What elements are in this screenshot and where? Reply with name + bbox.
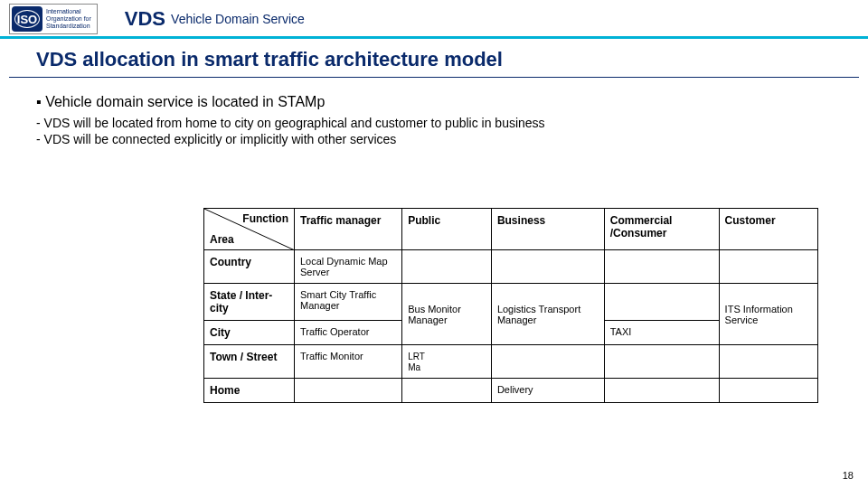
cell (604, 250, 719, 284)
row-city: City (204, 321, 295, 345)
cell (719, 250, 817, 284)
cell-its-info: ITS Information Service (719, 284, 817, 345)
col-customer: Customer (719, 209, 817, 250)
cell (719, 379, 817, 403)
page-number: 18 (843, 470, 854, 481)
cell-bus-monitor: Bus Monitor Manager (402, 284, 492, 345)
bullet-main: Vehicle domain service is located in STA… (36, 94, 832, 110)
cell-delivery: Delivery (491, 379, 604, 403)
col-traffic-manager: Traffic manager (295, 209, 402, 250)
cell-taxi: TAXI (604, 321, 719, 345)
header-vds-abbr: VDS (125, 7, 165, 31)
lrt-prefix: LRT (408, 352, 425, 361)
cell-state-traffic: Smart City Traffic Manager (295, 284, 402, 321)
cell-town-traffic: Traffic Monitor (295, 345, 402, 379)
allocation-table: Function Area Traffic manager Public Bus… (203, 208, 818, 403)
cell (491, 345, 604, 379)
content-area: Vehicle domain service is located in STA… (0, 78, 868, 146)
cell (604, 345, 719, 379)
cell (402, 250, 492, 284)
slide-header: ISO International Organization for Stand… (0, 0, 868, 39)
col-commercial-consumer: Commercial /Consumer (604, 209, 719, 250)
cell (491, 250, 604, 284)
bullet-sub-2: - VDS will be connected explicitly or im… (36, 132, 832, 146)
row-state: State / Inter-city (204, 284, 295, 321)
lrt-suffix: Ma (408, 362, 420, 372)
row-town: Town / Street (204, 345, 295, 379)
iso-block: ISO International Organization for Stand… (9, 4, 98, 34)
allocation-table-wrap: Function Area Traffic manager Public Bus… (203, 208, 818, 403)
cell-lrt: LRT Ma (402, 345, 492, 379)
corner-area-label: Area (210, 233, 234, 246)
cell (604, 379, 719, 403)
col-public: Public (402, 209, 492, 250)
col-business: Business (491, 209, 604, 250)
cell (604, 284, 719, 321)
header-vds-full: Vehicle Domain Service (171, 12, 305, 26)
cell (402, 379, 492, 403)
cell-logistics: Logistics Transport Manager (491, 284, 604, 345)
corner-cell: Function Area (204, 209, 295, 250)
bullet-sub-1: - VDS will be located from home to city … (36, 116, 832, 130)
page-title: VDS allocation in smart traffic architec… (9, 39, 859, 78)
cell (719, 345, 817, 379)
row-home: Home (204, 379, 295, 403)
iso-logo-icon: ISO (12, 6, 42, 32)
cell-country-traffic: Local Dynamic Map Server (295, 250, 402, 284)
iso-org-text: International Organization for Standardi… (46, 8, 91, 29)
corner-function-label: Function (242, 212, 288, 225)
cell-city-traffic: Traffic Operator (295, 321, 402, 345)
cell (295, 379, 402, 403)
row-country: Country (204, 250, 295, 284)
